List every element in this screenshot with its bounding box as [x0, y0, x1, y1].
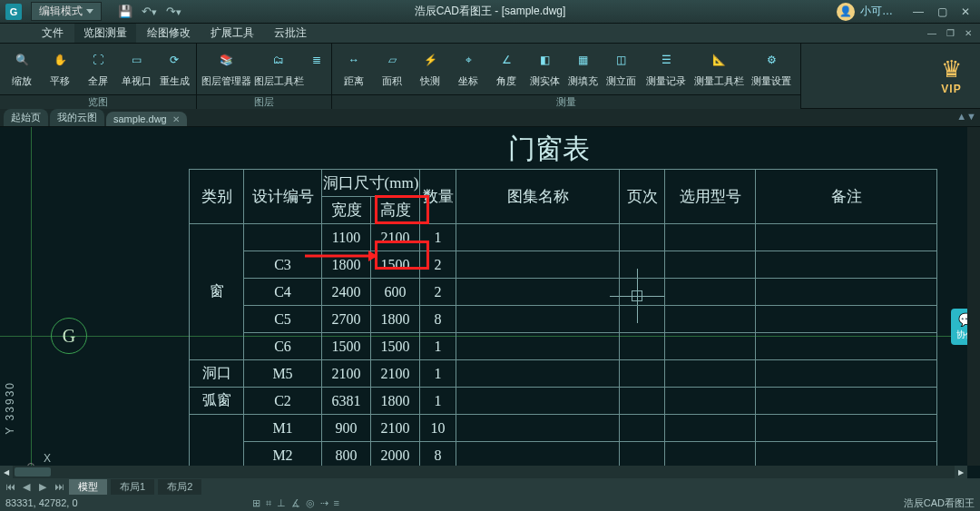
area-button[interactable]: ▱面积 [374, 45, 410, 94]
layer-toolbar-icon: 🗂 [266, 47, 291, 73]
doc-restore-button[interactable]: ❐ [942, 26, 958, 41]
pan-icon: ✋ [47, 47, 73, 73]
ribbon: 🔍缩放 ✋平移 ⛶全屏 ▭单视口 ⟳重生成 览图 📚图层管理器 🗂图层工具栏 ≣… [0, 44, 980, 109]
layout-first-icon[interactable]: ⏮ [4, 481, 16, 492]
scrollbar-horizontal[interactable]: ◀ ▶ [0, 466, 967, 478]
fill-icon: ▦ [570, 47, 595, 73]
angle-button[interactable]: ∠角度 [488, 45, 524, 94]
table-row: 窗110021001 [190, 224, 937, 251]
layout-prev-icon[interactable]: ◀ [20, 481, 33, 493]
mode-dropdown[interactable]: 编辑模式 [31, 2, 102, 21]
tab-scroll-indicator[interactable]: ▲▼ [956, 111, 976, 122]
grid-bubble-g: G [51, 318, 87, 354]
minimize-button[interactable]: — [907, 3, 929, 21]
polar-toggle-icon[interactable]: ∡ [291, 497, 300, 509]
elevation-button[interactable]: ◫测立面 [603, 45, 639, 94]
menu-edit[interactable]: 绘图修改 [138, 24, 200, 43]
measure-toolbar-icon: 📐 [706, 47, 731, 73]
layer-manager-button[interactable]: 📚图层管理器 [201, 45, 251, 94]
menu-view-measure[interactable]: 览图测量 [74, 24, 136, 43]
measure-settings-button[interactable]: ⚙测量设置 [746, 45, 797, 94]
close-button[interactable]: ✕ [955, 3, 976, 21]
chevron-down-icon [86, 9, 93, 14]
ribbon-tail: ♛ VIP [801, 44, 980, 108]
elevation-icon: ◫ [608, 47, 633, 73]
th-name: 图集名称 [456, 170, 620, 224]
crown-icon: ♛ [941, 57, 962, 81]
fill-button[interactable]: ▦测填充 [564, 45, 601, 94]
scrollbar-thumb[interactable] [15, 467, 51, 477]
table-row: 弧窗C2638118001 [190, 388, 937, 415]
layout-tab-2[interactable]: 布局2 [158, 479, 201, 495]
status-coords: 83331, 42782, 0 [5, 497, 78, 508]
layer-dropdown[interactable]: ≣ [306, 45, 328, 94]
tab-start[interactable]: 起始页 [4, 109, 48, 126]
close-icon[interactable]: ✕ [172, 114, 180, 124]
layer-toolbar-button[interactable]: 🗂图层工具栏 [253, 45, 304, 94]
axis-x-label: X [44, 452, 51, 465]
table-row: M280020008 [190, 442, 937, 469]
pan-button[interactable]: ✋平移 [42, 45, 78, 94]
th-category: 类别 [190, 170, 244, 224]
table-row: C424006002 [190, 279, 937, 306]
menu-file[interactable]: 文件 [33, 24, 73, 43]
menu-cloud-note[interactable]: 云批注 [265, 24, 316, 43]
save-icon[interactable]: 💾 [118, 5, 132, 18]
status-brand: 浩辰CAD看图王 [904, 496, 975, 510]
drawing-canvas[interactable]: G Y 33930 X 门窗表 类别 设计编号 洞口尺寸(mm) 数量 图集名称… [0, 127, 980, 478]
maximize-button[interactable]: ▢ [931, 3, 953, 21]
ribbon-group-view: 🔍缩放 ✋平移 ⛶全屏 ▭单视口 ⟳重生成 览图 [0, 44, 197, 108]
ortho-toggle-icon[interactable]: ⊥ [277, 497, 286, 509]
regen-button[interactable]: ⟳重生成 [156, 45, 192, 94]
quick-access: 💾 ↶▾ ↷▾ [118, 5, 181, 18]
gear-icon: ⚙ [759, 47, 784, 73]
layout-tab-model[interactable]: 模型 [69, 479, 107, 495]
single-viewport-button[interactable]: ▭单视口 [118, 45, 154, 94]
distance-button[interactable]: ↔距离 [336, 45, 372, 94]
menu-ext-tools[interactable]: 扩展工具 [201, 24, 263, 43]
solid-button[interactable]: ◧测实体 [526, 45, 563, 94]
zoom-button[interactable]: 🔍缩放 [4, 45, 40, 94]
grid-line-vertical [31, 127, 32, 478]
vip-badge[interactable]: ♛ VIP [941, 57, 962, 95]
measure-toolbar-button[interactable]: 📐测量工具栏 [693, 45, 744, 94]
ribbon-group-measure: ↔距离 ▱面积 ⚡快测 ⌖坐标 ∠角度 ◧测实体 ▦测填充 ◫测立面 ☰测量记录… [332, 44, 801, 108]
track-toggle-icon[interactable]: ⇢ [320, 497, 328, 509]
tab-mycloud[interactable]: 我的云图 [50, 109, 104, 126]
scroll-left-icon[interactable]: ◀ [0, 466, 13, 478]
distance-icon: ↔ [341, 47, 367, 73]
user-avatar-icon[interactable]: 👤 [837, 3, 855, 21]
measure-record-button[interactable]: ☰测量记录 [641, 45, 691, 94]
layout-tab-1[interactable]: 布局1 [111, 479, 154, 495]
layout-last-icon[interactable]: ⏭ [53, 481, 65, 492]
document-tabs: 起始页 我的云图 sample.dwg✕ ▲▼ [0, 109, 980, 127]
osnap-toggle-icon[interactable]: ◎ [306, 497, 315, 509]
doc-minimize-button[interactable]: — [924, 26, 940, 41]
fullscreen-button[interactable]: ⛶全屏 [80, 45, 116, 94]
ribbon-group-layer: 📚图层管理器 🗂图层工具栏 ≣ 图层 [197, 44, 332, 108]
snap-toggle-icon[interactable]: ⊞ [252, 497, 260, 509]
status-bar: 83331, 42782, 0 ⊞ ⌗ ⊥ ∡ ◎ ⇢ ≡ 浩辰CAD看图王 [0, 495, 980, 511]
undo-icon[interactable]: ↶▾ [142, 5, 157, 18]
lwt-toggle-icon[interactable]: ≡ [334, 497, 339, 509]
area-icon: ▱ [379, 47, 405, 73]
table-row: C3180015002 [190, 251, 937, 279]
quick-measure-button[interactable]: ⚡快测 [412, 45, 448, 94]
tab-sample[interactable]: sample.dwg✕ [106, 112, 187, 126]
doc-close-button[interactable]: ✕ [960, 26, 976, 41]
layer-list-icon: ≣ [304, 47, 329, 73]
coord-button[interactable]: ⌖坐标 [450, 45, 486, 94]
layout-next-icon[interactable]: ▶ [36, 481, 49, 493]
window-title: 浩辰CAD看图王 - [sample.dwg] [415, 4, 566, 19]
drawing-title: 门窗表 [508, 131, 590, 168]
app-logo[interactable]: G [5, 4, 22, 20]
coord-icon: ⌖ [456, 47, 481, 73]
scroll-right-icon[interactable]: ▶ [955, 466, 967, 478]
scrollbar-vertical[interactable] [967, 127, 980, 466]
th-height: 高度 [371, 197, 420, 224]
zoom-icon: 🔍 [9, 47, 34, 73]
user-label[interactable]: 小可… [860, 4, 893, 19]
th-number: 设计编号 [244, 170, 322, 224]
grid-toggle-icon[interactable]: ⌗ [266, 497, 271, 509]
redo-icon[interactable]: ↷▾ [166, 5, 181, 18]
